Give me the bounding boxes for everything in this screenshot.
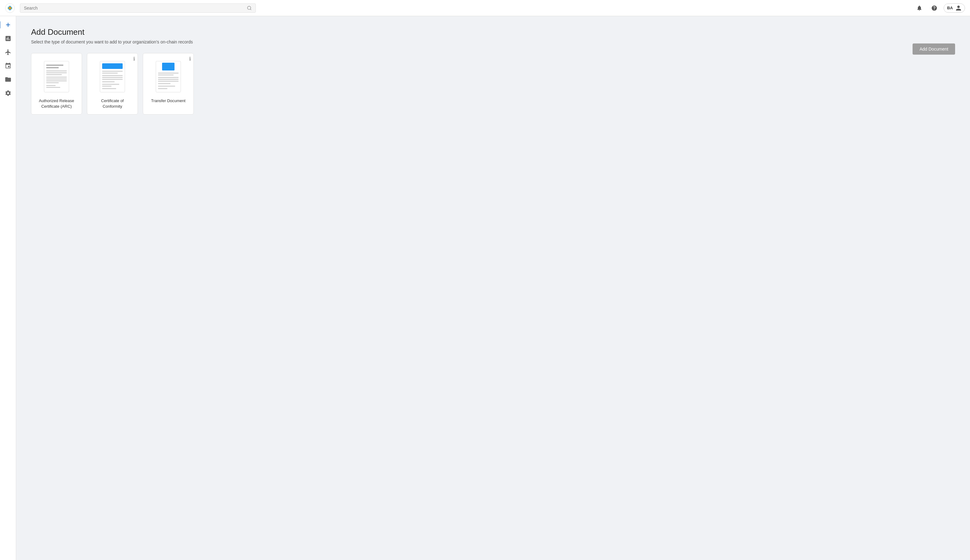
card-transfer[interactable]: ℹ: [143, 53, 194, 115]
coc-thumbnail: [98, 60, 127, 94]
main-content: Add Document Select the type of document…: [16, 16, 970, 560]
svg-rect-36: [158, 88, 167, 89]
user-avatar-icon: [955, 5, 962, 11]
add-document-button[interactable]: Add Document: [913, 43, 955, 55]
arc-label: Authorized ReleaseCertificate (ARC): [39, 98, 74, 109]
topbar-actions: BA: [914, 2, 965, 14]
app-logo: [5, 3, 15, 13]
svg-rect-19: [102, 73, 118, 73]
svg-rect-10: [46, 77, 67, 78]
sidebar-item-connections[interactable]: [2, 60, 14, 72]
svg-rect-31: [158, 77, 178, 78]
transfer-info-icon[interactable]: ℹ: [189, 56, 191, 62]
search-bar: [20, 3, 256, 13]
coc-info-icon[interactable]: ℹ: [133, 56, 135, 62]
sidebar: [0, 16, 16, 560]
svg-rect-6: [46, 67, 59, 68]
svg-line-3: [250, 9, 251, 10]
svg-rect-30: [158, 75, 173, 75]
svg-rect-29: [158, 73, 178, 73]
svg-rect-13: [46, 82, 59, 83]
svg-rect-23: [102, 81, 115, 82]
svg-rect-12: [46, 80, 67, 81]
card-coc[interactable]: ℹ: [87, 53, 138, 115]
help-button[interactable]: [929, 2, 940, 14]
svg-rect-32: [158, 79, 178, 80]
coc-label: Certificate ofConformity: [101, 98, 124, 109]
transfer-thumbnail: [154, 60, 182, 94]
layout: Add Document Select the type of document…: [0, 16, 970, 560]
svg-rect-8: [46, 72, 67, 73]
svg-rect-26: [102, 88, 116, 89]
svg-rect-18: [102, 71, 123, 72]
sidebar-item-add[interactable]: [2, 18, 14, 31]
search-button[interactable]: [247, 6, 252, 10]
page-subtitle: Select the type of document you want to …: [31, 40, 955, 44]
svg-rect-11: [46, 78, 67, 80]
sidebar-item-analytics[interactable]: [2, 32, 14, 45]
svg-rect-20: [102, 75, 123, 76]
sidebar-item-folders[interactable]: [2, 73, 14, 86]
svg-rect-24: [102, 84, 119, 85]
svg-rect-15: [46, 87, 60, 88]
topbar: BA: [0, 0, 970, 16]
arc-thumbnail: [43, 60, 70, 94]
svg-rect-14: [46, 85, 56, 86]
sidebar-item-flights[interactable]: [2, 46, 14, 58]
svg-rect-28: [162, 63, 175, 70]
svg-point-2: [247, 6, 251, 10]
page-title: Add Document: [31, 27, 955, 37]
svg-rect-33: [158, 81, 178, 82]
user-menu[interactable]: BA: [943, 3, 965, 13]
svg-rect-25: [102, 86, 112, 87]
svg-rect-17: [102, 63, 123, 69]
search-input[interactable]: [24, 6, 247, 10]
sidebar-item-settings[interactable]: [2, 87, 14, 99]
svg-rect-35: [158, 86, 175, 87]
svg-rect-9: [46, 74, 62, 75]
user-initials: BA: [947, 6, 953, 10]
cards-container: Authorized ReleaseCertificate (ARC) ℹ: [31, 53, 955, 115]
svg-rect-7: [46, 70, 67, 72]
svg-point-1: [9, 7, 11, 9]
svg-rect-5: [46, 65, 63, 66]
svg-rect-22: [102, 79, 123, 80]
transfer-label: Transfer Document: [151, 98, 186, 104]
notifications-button[interactable]: [914, 2, 925, 14]
svg-rect-21: [102, 77, 123, 78]
svg-rect-34: [158, 83, 170, 84]
card-arc[interactable]: Authorized ReleaseCertificate (ARC): [31, 53, 82, 115]
